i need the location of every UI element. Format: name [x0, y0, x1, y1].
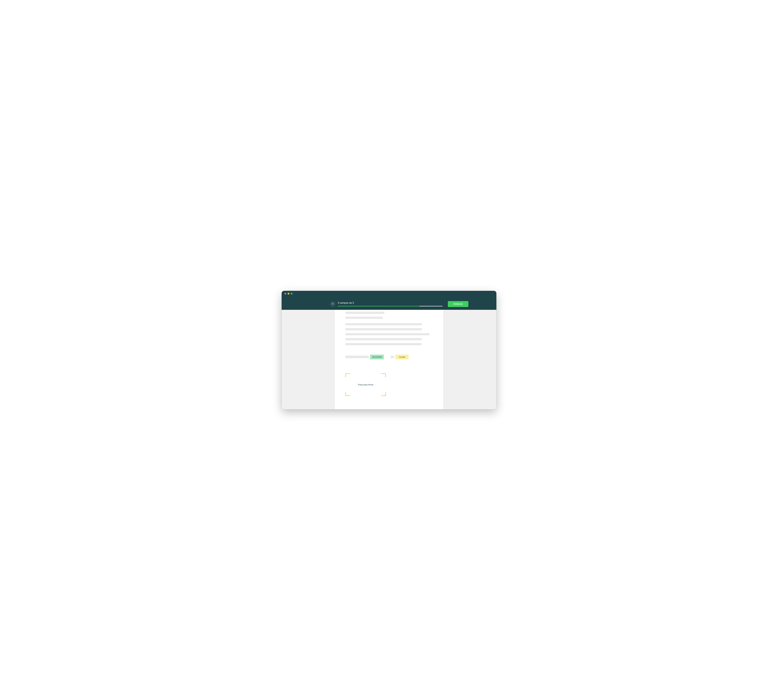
fill-button[interactable]: Rellenar — [448, 301, 468, 307]
app-window: 3 campos de 5 Rellenar 15/10/2020 Ci — [282, 291, 496, 409]
field-label-placeholder — [346, 356, 369, 358]
corner-bracket-icon — [381, 392, 386, 396]
window-titlebar — [282, 291, 496, 297]
menu-button[interactable] — [330, 301, 336, 307]
form-field-row: 15/10/2020 Ciudad — [346, 355, 432, 359]
minimize-window-button[interactable] — [287, 293, 289, 295]
text-placeholder-line — [346, 333, 429, 335]
corner-bracket-icon — [346, 373, 351, 377]
signature-field[interactable]: Pulsa para firmar — [346, 373, 386, 396]
date-field[interactable]: 15/10/2020 — [370, 355, 384, 359]
corner-bracket-icon — [346, 392, 351, 396]
text-placeholder-line — [346, 317, 383, 319]
text-placeholder-line — [346, 338, 422, 340]
signature-prompt-text: Pulsa para firmar — [358, 383, 374, 386]
close-window-button[interactable] — [284, 293, 286, 295]
progress-fill — [338, 306, 419, 307]
document-page: 15/10/2020 Ciudad Pulsa para firmar — [334, 310, 444, 409]
progress-track — [338, 306, 442, 307]
hamburger-icon — [331, 302, 334, 306]
text-placeholder-line — [346, 312, 384, 314]
progress-container: 3 campos de 5 — [338, 302, 442, 307]
progress-label: 3 campos de 5 — [338, 302, 442, 304]
text-placeholder-line — [346, 343, 422, 345]
maximize-window-button[interactable] — [290, 293, 292, 295]
corner-bracket-icon — [381, 373, 386, 377]
content-area: 15/10/2020 Ciudad Pulsa para firmar — [282, 310, 496, 409]
text-placeholder-line — [346, 328, 422, 330]
app-header: 3 campos de 5 Rellenar — [282, 297, 496, 310]
text-placeholder-line — [346, 323, 422, 325]
city-field[interactable]: Ciudad — [396, 355, 409, 359]
field-label-placeholder — [391, 356, 394, 358]
